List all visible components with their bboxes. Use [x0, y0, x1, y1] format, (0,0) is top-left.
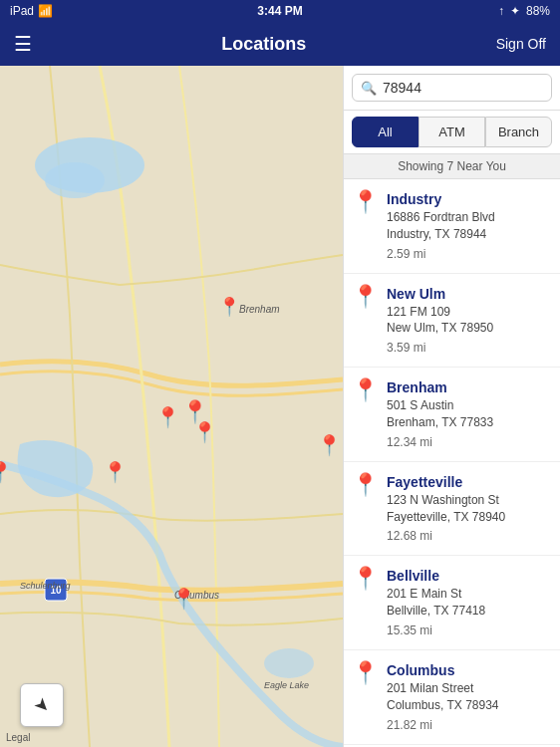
list-item[interactable]: 📍New Ulm121 FM 109 New Ulm, TX 789503.59…: [344, 274, 560, 369]
location-name: Fayetteville: [387, 474, 552, 490]
location-name: Columbus: [387, 662, 552, 678]
location-address: 16886 Fordtran Blvd Industry, TX 78944: [387, 209, 552, 243]
location-address: 123 N Washington St Fayetteville, TX 789…: [387, 492, 552, 526]
compass-button[interactable]: ➤: [20, 683, 64, 727]
pin-icon: 📍: [352, 379, 379, 401]
location-info: Industry16886 Fordtran Blvd Industry, TX…: [387, 191, 552, 261]
filter-buttons: All ATM Branch: [344, 111, 560, 154]
location-list: 📍Industry16886 Fordtran Blvd Industry, T…: [344, 179, 560, 747]
svg-point-3: [264, 648, 314, 678]
list-item[interactable]: 📍Columbus201 Milan Street Columbus, TX 7…: [344, 650, 560, 745]
location-icon: ↑: [498, 4, 504, 18]
wifi-icon: 📶: [38, 4, 53, 18]
showing-label: Showing 7 Near You: [344, 154, 560, 179]
menu-button[interactable]: ☰: [14, 32, 32, 56]
search-input-wrapper: 🔍: [352, 74, 552, 102]
filter-all-button[interactable]: All: [352, 117, 419, 147]
map-area[interactable]: 10 Brenham Columbus Schulenburg Eagle La…: [0, 66, 343, 747]
right-panel: 🔍 All ATM Branch Showing 7 Near You 📍Ind…: [343, 66, 560, 747]
location-info: Fayetteville123 N Washington St Fayettev…: [387, 474, 552, 544]
location-distance: 21.82 mi: [387, 718, 552, 732]
svg-text:Eagle Lake: Eagle Lake: [264, 680, 309, 690]
status-left: iPad 📶: [10, 4, 53, 18]
search-box: 🔍: [344, 66, 560, 111]
svg-point-2: [45, 162, 105, 198]
pin-icon: 📍: [352, 286, 379, 308]
svg-text:Brenham: Brenham: [239, 304, 280, 315]
status-time: 3:44 PM: [257, 4, 302, 18]
location-distance: 3.59 mi: [387, 341, 552, 355]
location-address: 201 E Main St Bellville, TX 77418: [387, 586, 552, 620]
svg-text:📍: 📍: [317, 433, 342, 457]
pin-icon: 📍: [352, 474, 379, 496]
svg-text:📍: 📍: [155, 405, 180, 429]
location-info: Columbus201 Milan Street Columbus, TX 78…: [387, 662, 552, 732]
header: ☰ Locations Sign Off: [0, 22, 560, 66]
svg-text:📍: 📍: [103, 460, 128, 484]
device-label: iPad: [10, 4, 34, 18]
location-address: 201 Milan Street Columbus, TX 78934: [387, 680, 552, 714]
location-info: Brenham501 S Austin Brenham, TX 7783312.…: [387, 379, 552, 449]
location-distance: 12.34 mi: [387, 435, 552, 449]
svg-text:Schulenburg: Schulenburg: [20, 581, 71, 591]
pin-icon: 📍: [352, 568, 379, 590]
search-input[interactable]: [383, 80, 543, 96]
location-address: 501 S Austin Brenham, TX 77833: [387, 397, 552, 431]
location-info: New Ulm121 FM 109 New Ulm, TX 789503.59 …: [387, 286, 552, 356]
location-info: Bellville201 E Main St Bellville, TX 774…: [387, 568, 552, 637]
list-item[interactable]: 📍Industry16886 Fordtran Blvd Industry, T…: [344, 179, 560, 274]
list-item[interactable]: 📍Bellville201 E Main St Bellville, TX 77…: [344, 556, 560, 650]
location-name: New Ulm: [387, 286, 552, 302]
status-right: ↑ ✦ 88%: [498, 4, 550, 18]
legal-link[interactable]: Legal: [6, 732, 30, 743]
filter-branch-button[interactable]: Branch: [485, 117, 552, 147]
filter-atm-button[interactable]: ATM: [419, 117, 485, 147]
pin-icon: 📍: [352, 191, 379, 213]
location-address: 121 FM 109 New Ulm, TX 78950: [387, 304, 552, 338]
svg-text:📍: 📍: [218, 296, 241, 318]
svg-text:📍: 📍: [0, 460, 13, 484]
sign-off-button[interactable]: Sign Off: [496, 36, 546, 52]
list-item[interactable]: 📍Fayetteville123 N Washington St Fayette…: [344, 462, 560, 557]
location-distance: 2.59 mi: [387, 247, 552, 261]
status-bar: iPad 📶 3:44 PM ↑ ✦ 88%: [0, 0, 560, 22]
list-item[interactable]: 📍Brenham501 S Austin Brenham, TX 7783312…: [344, 368, 560, 462]
bluetooth-icon: ✦: [510, 4, 520, 18]
location-distance: 12.68 mi: [387, 529, 552, 543]
location-distance: 15.35 mi: [387, 623, 552, 637]
pin-icon: 📍: [352, 662, 379, 684]
page-title: Locations: [32, 34, 496, 55]
location-name: Bellville: [387, 568, 552, 584]
svg-text:📍: 📍: [192, 420, 217, 444]
svg-text:📍: 📍: [171, 587, 196, 611]
main-content: 10 Brenham Columbus Schulenburg Eagle La…: [0, 66, 560, 747]
compass-icon: ➤: [29, 692, 55, 718]
location-name: Industry: [387, 191, 552, 207]
location-name: Brenham: [387, 379, 552, 395]
battery-label: 88%: [526, 4, 550, 18]
search-icon: 🔍: [361, 81, 377, 96]
